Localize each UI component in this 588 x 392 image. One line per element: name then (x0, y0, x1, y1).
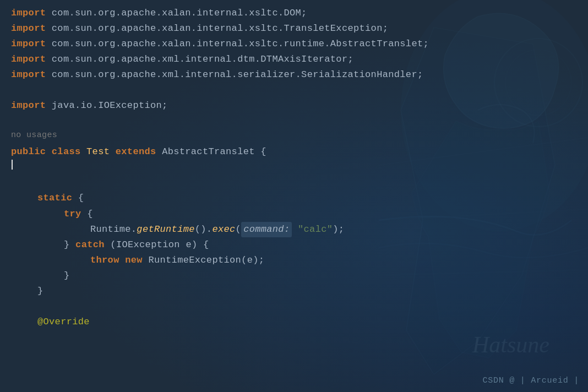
class-ioexception: IOException (116, 237, 180, 253)
keyword-try: try (64, 206, 81, 222)
catch-block-line: } catch ( IOException e ) { (0, 237, 588, 253)
code-line: import com.sun.org.apache.xalan.internal… (0, 36, 588, 52)
annotation-line: @Override (0, 314, 588, 330)
code-line: import com.sun.org.apache.xml.internal.d… (0, 52, 588, 67)
code-content: import com.sun.org.apache.xalan.internal… (0, 0, 588, 335)
no-usages-text: no usages (11, 129, 57, 143)
static-block-line: static { (0, 190, 588, 206)
no-usages-line: no usages (0, 129, 588, 144)
import-path: com.sun.org.apache.xalan.internal.xsltc.… (52, 21, 388, 36)
keyword-throw: throw (90, 253, 119, 268)
import-path: com.sun.org.apache.xml.internal.serializ… (52, 67, 423, 83)
keyword-public: public (11, 144, 46, 160)
cursor-line (0, 160, 588, 175)
close-brace-catch: } (64, 268, 70, 284)
watermark: CSDN @ | Arcueid | (482, 376, 579, 385)
keyword-new: new (125, 253, 143, 268)
code-line-empty (0, 175, 588, 190)
keyword-class: class (52, 144, 81, 160)
keyword-import: import (11, 36, 46, 52)
keyword-import: import (11, 6, 46, 21)
method-exec: exec (212, 222, 235, 237)
annotation-override: @Override (37, 314, 90, 330)
string-calc: "calc" (298, 222, 333, 237)
paren-close: ) (333, 222, 339, 237)
paren-close: ) (192, 237, 198, 253)
paren-close: ) (253, 253, 259, 268)
import-path: com.sun.org.apache.xml.internal.dtm.DTMA… (52, 52, 353, 67)
keyword-static: static (37, 190, 72, 206)
close-brace-try: } (64, 237, 70, 253)
code-line: import com.sun.org.apache.xml.internal.s… (0, 67, 588, 83)
open-brace-try: { (87, 206, 93, 222)
parameter-hint: command: (241, 222, 292, 237)
runtime-exec-line: Runtime . getRuntime () . exec ( command… (0, 222, 588, 237)
import-path: com.sun.org.apache.xalan.internal.xsltc.… (52, 36, 429, 52)
close-catch-line: } (0, 268, 588, 284)
throw-statement-line: throw new RuntimeException ( e ) ; (0, 253, 588, 268)
keyword-import: import (11, 52, 46, 67)
code-line: import com.sun.org.apache.xalan.internal… (0, 21, 588, 36)
method-getruntime: getRuntime (137, 222, 194, 237)
code-editor: import com.sun.org.apache.xalan.internal… (0, 0, 588, 392)
paren-open: ( (241, 253, 247, 268)
class-name-test: Test (86, 144, 110, 160)
watermark-text: CSDN @ | Arcueid | (482, 376, 579, 385)
code-line: import com.sun.org.apache.xalan.internal… (0, 6, 588, 21)
try-block-line: try { (0, 206, 588, 222)
class-runtime-exception: RuntimeException (148, 253, 241, 268)
code-line: import java.io.IOException; (0, 98, 588, 113)
import-path: java.io.IOException; (52, 98, 168, 113)
keyword-catch: catch (75, 237, 105, 253)
code-line-empty (0, 113, 588, 129)
semicolon: ; (259, 253, 265, 268)
class-declaration-line: public class Test extends AbstractTransl… (0, 144, 588, 160)
keyword-extends: extends (116, 144, 156, 160)
keyword-import: import (11, 67, 46, 83)
keyword-import: import (11, 98, 46, 113)
close-brace-static: } (37, 284, 43, 299)
paren: ( (110, 237, 116, 253)
paren: () (195, 222, 206, 237)
open-brace-catch: { (203, 237, 209, 253)
close-static-line: } (0, 284, 588, 299)
open-brace-static: { (78, 190, 84, 206)
keyword-import: import (11, 21, 46, 36)
semicolon: ; (339, 222, 345, 237)
paren-open: ( (236, 222, 242, 237)
code-line-empty (0, 83, 588, 98)
text-cursor (12, 160, 13, 170)
code-line-empty (0, 299, 588, 314)
class-runtime: Runtime (90, 222, 131, 237)
class-abstract-translet: AbstractTranslet (162, 144, 255, 160)
import-path: com.sun.org.apache.xalan.internal.xsltc.… (52, 6, 307, 21)
open-brace: { (260, 144, 266, 160)
